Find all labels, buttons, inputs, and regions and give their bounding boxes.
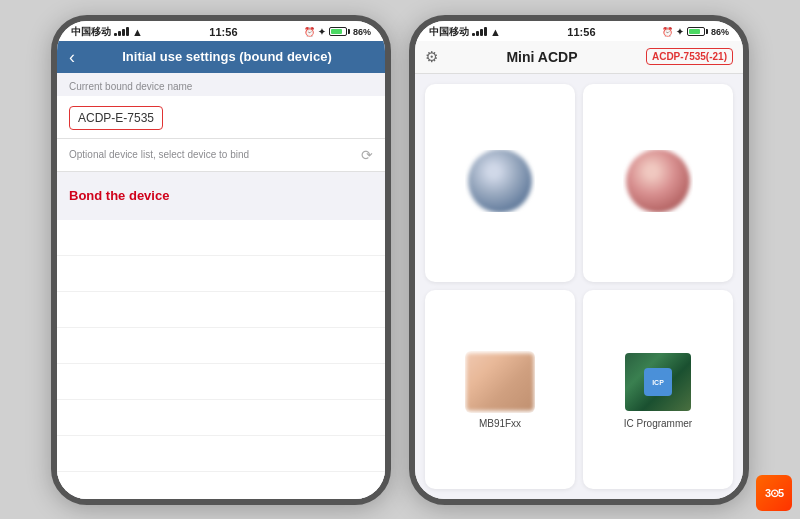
module-label-mb91: MB91Fxx xyxy=(479,418,521,429)
module-img-2 xyxy=(623,150,693,212)
bond-button[interactable]: Bond the device xyxy=(69,188,169,203)
signal-bars-1 xyxy=(114,27,129,36)
optional-device-row: Optional device list, select device to b… xyxy=(57,139,385,172)
settings-icon[interactable]: ⚙ xyxy=(425,48,438,66)
module-label-ic: IC Programmer xyxy=(624,418,692,429)
back-button-1[interactable]: ‹ xyxy=(69,48,75,66)
module-img-mb91 xyxy=(465,351,535,413)
carrier-label-2: 中国移动 xyxy=(429,25,469,39)
status-bar-2: 中国移动 ▲ 11:56 ⏰ ✦ 86% xyxy=(415,21,743,41)
spinner-icon: ⟳ xyxy=(361,147,373,163)
nav-bar-1: ‹ Initial use settings (bound device) xyxy=(57,41,385,73)
optional-device-label: Optional device list, select device to b… xyxy=(69,149,249,160)
status-right-2: ⏰ ✦ 86% xyxy=(662,27,729,37)
battery-2 xyxy=(687,27,708,36)
bluetooth-icon-2: ✦ xyxy=(676,27,684,37)
current-device-row: ACDP-E-7535 xyxy=(57,96,385,139)
battery-percent-2: 86% xyxy=(711,27,729,37)
carrier-label-1: 中国移动 xyxy=(71,25,111,39)
alarm-icon-1: ⏰ xyxy=(304,27,315,37)
module-card-mb91[interactable]: MB91Fxx xyxy=(425,290,575,489)
wifi-icon-2: ▲ xyxy=(490,26,501,38)
list-item xyxy=(57,328,385,364)
wifi-icon-1: ▲ xyxy=(132,26,143,38)
list-item xyxy=(57,400,385,436)
ic-chip-graphic xyxy=(644,368,672,396)
phone-1: 中国移动 ▲ 11:56 ⏰ ✦ 86% xyxy=(51,15,391,505)
phone-2: 中国移动 ▲ 11:56 ⏰ ✦ 86% xyxy=(409,15,749,505)
watermark-logo: 3⊙5 xyxy=(756,475,792,511)
status-left-2: 中国移动 ▲ xyxy=(429,25,501,39)
time-label-2: 11:56 xyxy=(567,26,595,38)
device-name-value: ACDP-E-7535 xyxy=(69,106,163,130)
nav-title-1: Initial use settings (bound device) xyxy=(81,49,373,64)
list-item xyxy=(57,220,385,256)
modules-grid: MB91Fxx IC Programmer xyxy=(415,74,743,499)
status-left-1: 中国移动 ▲ xyxy=(71,25,143,39)
time-label-1: 11:56 xyxy=(209,26,237,38)
battery-percent-1: 86% xyxy=(353,27,371,37)
device-badge: ACDP-7535(-21) xyxy=(646,48,733,65)
status-right-1: ⏰ ✦ 86% xyxy=(304,27,371,37)
alarm-icon-2: ⏰ xyxy=(662,27,673,37)
list-item xyxy=(57,292,385,328)
screen-content-1: Current bound device name ACDP-E-7535 Op… xyxy=(57,73,385,499)
module-card-bmw[interactable] xyxy=(425,84,575,283)
bluetooth-icon-1: ✦ xyxy=(318,27,326,37)
empty-list xyxy=(57,220,385,499)
nav-bar-2: ⚙ Mini ACDP ACDP-7535(-21) xyxy=(415,41,743,74)
module-img-bmw xyxy=(465,150,535,212)
module-img-ic xyxy=(623,351,693,413)
status-bar-1: 中国移动 ▲ 11:56 ⏰ ✦ 86% xyxy=(57,21,385,41)
list-item xyxy=(57,256,385,292)
current-device-header: Current bound device name xyxy=(57,73,385,96)
module-card-2[interactable] xyxy=(583,84,733,283)
list-item xyxy=(57,436,385,472)
nav-title-2: Mini ACDP xyxy=(506,49,577,65)
signal-bars-2 xyxy=(472,27,487,36)
module-card-ic[interactable]: IC Programmer xyxy=(583,290,733,489)
bond-action-area: Bond the device xyxy=(57,172,385,212)
list-item xyxy=(57,364,385,400)
battery-1 xyxy=(329,27,350,36)
